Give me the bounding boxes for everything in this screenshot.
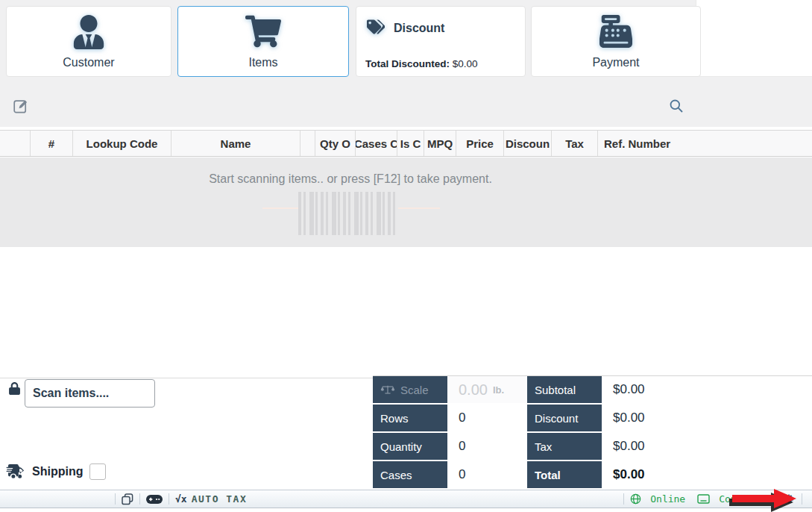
shipping-label: Shipping <box>32 465 83 478</box>
edit-icon <box>13 104 28 116</box>
col-is-case: Is C <box>397 131 424 156</box>
tax-value-cell: $0.00 <box>603 433 812 460</box>
rows-value-cell: 0 <box>449 405 526 431</box>
scale-unit: lb. <box>493 384 504 396</box>
tax-value: $0.00 <box>613 439 645 454</box>
col-number: # <box>31 131 73 156</box>
globe-icon <box>630 493 641 505</box>
bottom-panel-divider <box>0 378 373 378</box>
gamepad-button[interactable] <box>146 495 163 504</box>
total-discounted-label: Total Discounted: <box>365 58 450 69</box>
total-discounted-value: $0.00 <box>453 58 478 69</box>
cases-value: 0 <box>459 467 465 482</box>
col-price: Price <box>456 131 504 156</box>
col-lookup-code: Lookup Code <box>73 131 171 156</box>
edit-button[interactable] <box>13 99 28 113</box>
divider <box>169 493 169 505</box>
print-copies-button[interactable] <box>122 493 133 505</box>
scale-icon <box>380 384 395 395</box>
items-table-header: # Lookup Code Name Qty O Cases C Is C MP… <box>0 130 812 157</box>
sqrt-icon: √x <box>175 493 187 505</box>
quantity-label-cell: Quantity <box>373 433 447 460</box>
cart-icon <box>245 15 281 51</box>
col-blank-2 <box>300 131 315 156</box>
col-cases: Cases C <box>356 131 397 156</box>
auto-tax-label: AUTO TAX <box>192 493 248 505</box>
quantity-value-cell: 0 <box>449 433 526 460</box>
connected-status: Connected <box>719 493 771 505</box>
discount-value-cell: $0.00 <box>603 405 812 431</box>
discount-card-label: Discount <box>394 22 444 35</box>
lock-icon <box>9 382 20 395</box>
rows-label-cell: Rows <box>373 405 447 431</box>
rows-value: 0 <box>459 410 465 425</box>
col-tax: Tax <box>552 131 598 156</box>
scale-label: Scale <box>400 384 429 396</box>
gamepad-icon <box>146 495 163 504</box>
divider <box>802 493 802 505</box>
copy-icon <box>122 493 133 505</box>
partial-card-filler <box>696 0 812 77</box>
subtotal-value-cell: $0.00 <box>603 376 812 403</box>
online-status: Online <box>650 493 685 505</box>
truck-icon <box>6 464 25 479</box>
items-card-label: Items <box>248 56 277 69</box>
search-icon <box>669 104 684 116</box>
search-button[interactable] <box>669 99 684 113</box>
col-ref-number: Ref. Number <box>598 131 812 156</box>
empty-state: Start scanning items.. or press [F12] to… <box>0 157 812 247</box>
customer-card[interactable]: Customer <box>6 6 171 77</box>
scale-value-cell: 0.00 lb. <box>449 376 526 403</box>
customer-card-label: Customer <box>63 56 114 69</box>
discount-value: $0.00 <box>613 410 645 425</box>
shipping-checkbox[interactable] <box>89 463 106 480</box>
status-bar: √x AUTO TAX Online Connected ⚙ <box>0 490 812 508</box>
total-label-cell: Total <box>527 461 602 488</box>
divider <box>115 493 116 505</box>
subtotal-value: $0.00 <box>613 382 645 397</box>
total-discounted: Total Discounted: $0.00 <box>365 58 478 69</box>
discount-label-cell: Discount <box>527 405 602 431</box>
scan-items-input[interactable] <box>25 379 155 408</box>
cash-register-icon <box>599 15 632 51</box>
gear-icon: ⚙ <box>784 492 794 506</box>
total-value-cell: $0.00 <box>603 461 812 488</box>
items-card[interactable]: Items <box>177 6 349 77</box>
pos-app: Customer Items Discount Total Discounted… <box>0 0 812 512</box>
discount-card[interactable]: Discount Total Discounted: $0.00 <box>356 6 526 77</box>
cases-value-cell: 0 <box>449 461 526 488</box>
divider <box>623 493 624 505</box>
scale-label-cell: Scale <box>373 376 447 403</box>
total-value: $0.00 <box>613 467 645 482</box>
payment-card-label: Payment <box>592 56 639 69</box>
person-icon <box>73 15 104 52</box>
totals-panel: Scale 0.00 lb. Subtotal $0.00 Rows 0 Dis… <box>373 376 812 488</box>
subtotal-label-cell: Subtotal <box>527 376 602 403</box>
tags-icon <box>367 19 385 38</box>
terminal-icon <box>697 494 710 504</box>
empty-state-message: Start scanning items.. or press [F12] to… <box>0 172 701 186</box>
col-discount: Discoun <box>504 131 552 156</box>
scale-value: 0.00 <box>459 381 488 399</box>
col-blank-1 <box>0 131 31 156</box>
col-mpq: MPQ <box>424 131 456 156</box>
col-name: Name <box>171 131 300 156</box>
top-nav-region: Customer Items Discount Total Discounted… <box>0 0 812 127</box>
shipping-control: Shipping <box>6 463 106 480</box>
settings-button[interactable]: ⚙ <box>782 493 796 505</box>
cases-label-cell: Cases <box>373 461 447 488</box>
quantity-value: 0 <box>459 439 465 454</box>
divider <box>139 493 140 505</box>
tax-label-cell: Tax <box>527 433 602 460</box>
col-qty-ordered: Qty O <box>315 131 356 156</box>
payment-card[interactable]: Payment <box>531 6 701 77</box>
barcode-graphic <box>298 192 398 235</box>
